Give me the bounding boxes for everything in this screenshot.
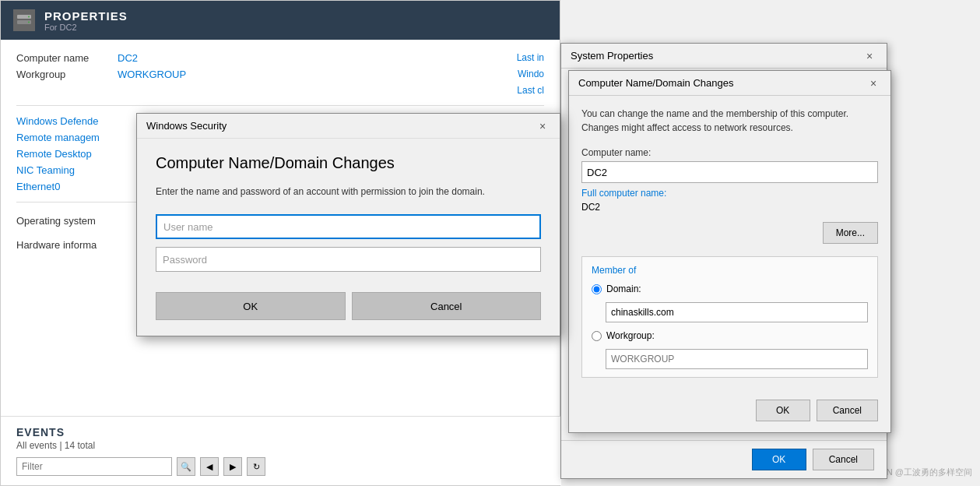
more-button[interactable]: More... [823,222,878,244]
refresh-button[interactable]: ↻ [247,457,265,476]
computer-name-label: Computer name [16,52,118,64]
system-props-titlebar: System Properties × [561,44,887,69]
win-sec-titlebar: Windows Security × [137,114,560,139]
divider1 [16,105,544,106]
computer-name-dialog-cancel-button[interactable]: Cancel [817,400,878,421]
domain-radio[interactable] [592,284,602,294]
svg-point-2 [28,16,30,18]
domain-input[interactable] [606,302,868,322]
computer-name-domain-dialog: Computer Name/Domain Changes × You can c… [568,70,891,433]
next-button[interactable]: ▶ [223,457,242,476]
server-icon [13,9,35,31]
prev-button[interactable]: ◀ [200,457,219,476]
events-title: EVENTS [16,426,546,438]
win-sec-ok-button[interactable]: OK [156,292,346,320]
last-installed-label: Last in [517,52,544,64]
windows-security-dialog: Windows Security × Computer Name/Domain … [136,113,560,336]
search-button[interactable]: 🔍 [177,457,195,476]
svg-point-3 [28,22,30,23]
workgroup-radio-row: Workgroup: [592,330,868,341]
workgroup-label: Workgroup [16,69,118,80]
panel-title: PROPERTIES [44,9,128,23]
computer-name-dialog-name-input[interactable] [581,161,878,183]
domain-label: Domain: [606,284,641,294]
header-text: PROPERTIES For DC2 [44,9,128,32]
full-computer-name-value: DC2 [581,202,878,213]
events-filter-row: 🔍 ◀ ▶ ↻ [16,457,546,476]
workgroup-radio[interactable] [592,331,602,341]
sys-props-bottom-bar: OK Cancel [561,440,887,478]
win-sec-cancel-button[interactable]: Cancel [352,292,542,320]
workgroup-row: Workgroup WORKGROUP Windo [16,69,544,80]
win-sec-description: Enter the name and password of an accoun… [156,185,541,199]
more-btn-row: More... [581,222,878,244]
computer-name-dialog-name-label: Computer name: [581,147,878,158]
computer-name-row: Computer name DC2 Last in [16,52,544,64]
computer-name-value: DC2 [118,52,138,64]
windows-update-label: Windo [518,69,544,80]
events-all[interactable]: All events [16,440,57,451]
member-of-section: Member of Domain: Workgroup: [581,256,878,378]
win-sec-content: Computer Name/Domain Changes Enter the n… [137,139,560,336]
win-sec-heading: Computer Name/Domain Changes [156,154,541,172]
sys-props-cancel-button[interactable]: Cancel [813,449,874,470]
member-of-title: Member of [592,265,868,276]
username-input[interactable] [156,214,541,239]
empty-label [16,85,118,96]
workgroup-input[interactable] [606,349,868,369]
workgroup-value: WORKGROUP [118,69,186,80]
computer-name-dialog-footer: OK Cancel [581,390,878,421]
panel-subtitle: For DC2 [44,23,128,32]
win-sec-btn-row: OK Cancel [156,292,541,320]
system-props-close-button[interactable]: × [862,48,877,64]
computer-name-dialog-close-button[interactable]: × [866,76,881,91]
panel-header: PROPERTIES For DC2 [1,1,560,40]
last-checked-label: Last cl [517,85,544,96]
sys-props-ok-button[interactable]: OK [752,449,806,470]
computer-name-dialog-ok-button[interactable]: OK [756,400,810,421]
events-filter-input[interactable] [16,457,172,476]
last-checked-row: Last cl [16,85,544,96]
events-total: 14 total [65,440,95,451]
computer-name-dialog-titlebar: Computer Name/Domain Changes × [569,71,890,96]
workgroup-label3: Workgroup: [606,330,655,341]
domain-radio-row: Domain: [592,284,868,294]
computer-name-dialog-content: You can change the name and the membersh… [569,96,890,432]
win-sec-close-button[interactable]: × [535,118,550,134]
computer-name-dialog-title: Computer Name/Domain Changes [578,77,733,89]
system-props-title: System Properties [571,50,653,62]
win-sec-title-label: Windows Security [146,120,227,132]
computer-name-dialog-desc: You can change the name and the membersh… [581,107,878,135]
events-subtitle: All events | 14 total [16,440,546,451]
password-input[interactable] [156,247,541,272]
full-computer-name-label3: Full computer name: [581,188,878,199]
events-section: EVENTS All events | 14 total 🔍 ◀ ▶ ↻ [1,416,561,485]
